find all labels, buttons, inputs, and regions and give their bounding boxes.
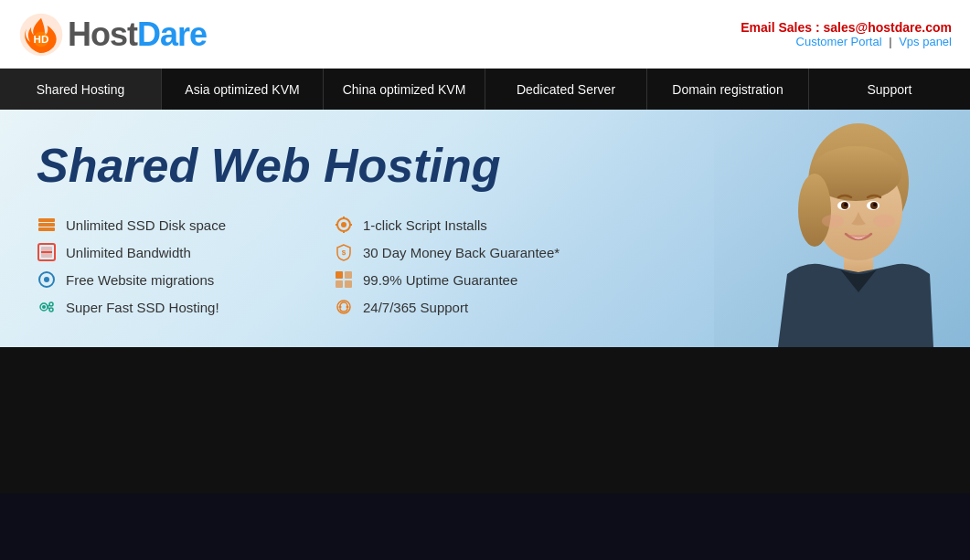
nav-shared-hosting[interactable]: Shared Hosting (0, 69, 162, 110)
svg-point-29 (339, 306, 342, 309)
feature-bandwidth: Unlimited Bandwidth (37, 242, 306, 262)
logo-text: HostDare (68, 16, 207, 54)
feature-ssd-disk: Unlimited SSD Disk space (37, 215, 306, 235)
nav-china-kvm[interactable]: China optimized KVM (324, 69, 485, 110)
main-nav: Shared Hosting Asia optimized KVM China … (0, 69, 970, 110)
hero-section: Shared Web Hosting Unlimited SSD Disk sp… (0, 110, 970, 347)
customer-portal-link[interactable]: Customer Portal (796, 35, 882, 48)
feature-script-installs-label: 1-click Script Installs (363, 217, 487, 233)
svg-point-41 (844, 203, 847, 206)
hero-content: Shared Web Hosting Unlimited SSD Disk sp… (0, 112, 640, 344)
feature-migrations-label: Free Website migrations (66, 272, 214, 288)
feature-migrations: Free Website migrations (37, 269, 306, 290)
dark-section (0, 347, 970, 493)
svg-point-24 (49, 302, 53, 306)
svg-point-44 (873, 215, 895, 227)
nav-domain-registration[interactable]: Domain registration (647, 69, 809, 110)
feature-ssd-disk-label: Unlimited SSD Disk space (66, 217, 226, 233)
feature-fast-hosting: Super Fast SSD Hosting! (37, 297, 306, 317)
svg-point-17 (44, 277, 49, 282)
feature-money-back-label: 30 Day Money Back Guarantee* (363, 245, 560, 260)
contact-area: Email Sales : sales@hostdare.com Custome… (741, 20, 952, 48)
nav-asia-kvm[interactable]: Asia optimized KVM (162, 69, 324, 110)
script-installs-icon (334, 215, 354, 235)
svg-point-30 (346, 306, 349, 309)
logo-icon: HD (18, 12, 64, 58)
feature-uptime: 99.9% Uptime Guarantee (334, 269, 603, 290)
nav-dedicated-server[interactable]: Dedicated Server (485, 69, 647, 110)
svg-rect-5 (38, 227, 55, 231)
svg-rect-20 (336, 280, 343, 288)
email-sales-line: Email Sales : sales@hostdare.com (741, 20, 952, 35)
link-separator: | (889, 35, 891, 48)
email-sales-label: Email Sales : (741, 20, 823, 35)
features-grid: Unlimited SSD Disk space 1-click Script … (37, 215, 603, 317)
feature-uptime-label: 99.9% Uptime Guarantee (363, 272, 517, 288)
svg-text:$: $ (342, 248, 346, 257)
feature-support-label: 24/7/365 Support (363, 300, 468, 315)
svg-rect-19 (345, 271, 352, 279)
money-back-icon: $ (334, 242, 354, 262)
hero-image (714, 110, 970, 347)
svg-point-42 (873, 203, 877, 206)
site-header: HD HostDare Email Sales : sales@hostdare… (0, 0, 970, 69)
svg-point-43 (822, 215, 844, 227)
bottom-dark (0, 493, 970, 560)
svg-rect-4 (38, 223, 55, 227)
svg-rect-3 (38, 218, 55, 222)
support-icon (334, 297, 354, 317)
vps-panel-link[interactable]: Vps panel (899, 35, 952, 48)
feature-support: 24/7/365 Support (334, 297, 603, 317)
svg-rect-21 (345, 280, 352, 288)
fast-hosting-icon (37, 297, 57, 317)
feature-script-installs: 1-click Script Installs (334, 215, 603, 235)
woman-illustration (714, 110, 970, 347)
logo: HD HostDare (18, 12, 207, 58)
nav-support[interactable]: Support (809, 69, 970, 110)
feature-bandwidth-label: Unlimited Bandwidth (66, 245, 191, 260)
feature-money-back: $ 30 Day Money Back Guarantee* (334, 242, 603, 262)
hero-title: Shared Web Hosting (37, 140, 603, 192)
svg-point-7 (341, 222, 346, 227)
svg-rect-18 (336, 271, 343, 279)
svg-point-36 (798, 174, 831, 247)
migrations-icon (37, 269, 57, 290)
bandwidth-icon (37, 242, 57, 262)
svg-point-25 (49, 308, 53, 312)
feature-fast-hosting-label: Super Fast SSD Hosting! (66, 300, 219, 315)
email-sales-link[interactable]: sales@hostdare.com (824, 20, 953, 35)
uptime-icon (334, 269, 354, 290)
ssd-disk-icon (37, 215, 57, 235)
svg-text:HD: HD (34, 33, 49, 45)
svg-point-23 (42, 305, 46, 309)
portal-links: Customer Portal | Vps panel (741, 35, 952, 48)
